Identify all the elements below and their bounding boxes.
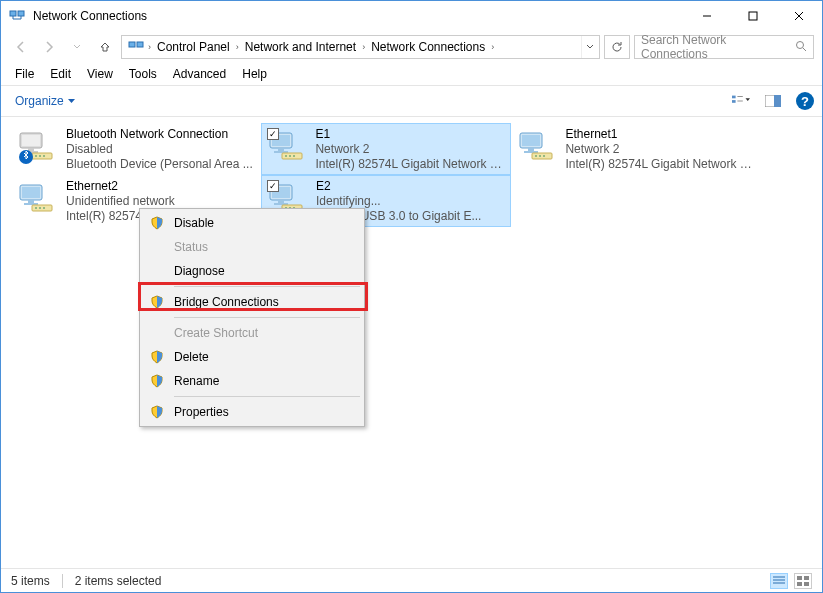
svg-point-48 [43, 207, 45, 209]
svg-rect-18 [28, 148, 34, 151]
svg-rect-51 [278, 200, 284, 203]
svg-rect-0 [10, 11, 16, 16]
connection-icon [16, 127, 60, 171]
svg-rect-61 [804, 576, 809, 580]
connection-name: Ethernet1 [565, 127, 756, 142]
preview-pane-button[interactable] [764, 93, 782, 109]
connection-icon [516, 127, 559, 171]
svg-point-47 [39, 207, 41, 209]
view-options-button[interactable] [732, 93, 750, 109]
address-bar: › Control Panel › Network and Internet ›… [1, 31, 822, 63]
connection-status: Unidentified network [66, 194, 175, 209]
svg-point-38 [535, 155, 537, 157]
menu-help[interactable]: Help [234, 65, 275, 83]
breadcrumb-item[interactable]: Control Panel [151, 40, 236, 54]
recent-dropdown[interactable] [65, 35, 89, 59]
menu-tools[interactable]: Tools [121, 65, 165, 83]
connection-device: Bluetooth Device (Personal Area ... [66, 157, 253, 171]
connection-item[interactable]: Ethernet1 Network 2 Intel(R) 82574L Giga… [511, 123, 761, 175]
status-item-count: 5 items [11, 574, 50, 588]
svg-rect-15 [774, 95, 781, 107]
refresh-button[interactable] [604, 35, 630, 59]
svg-rect-3 [749, 12, 757, 20]
icons-view-button[interactable] [794, 573, 812, 589]
connection-name: E2 [316, 179, 481, 194]
shield-icon [150, 405, 164, 419]
connection-name: Ethernet2 [66, 179, 175, 194]
shield-icon [150, 216, 164, 230]
address-dropdown[interactable] [581, 36, 597, 58]
menu-separator [174, 317, 360, 318]
checkbox-icon[interactable]: ✓ [267, 128, 279, 140]
context-menu-label: Bridge Connections [174, 295, 279, 309]
search-placeholder: Search Network Connections [641, 33, 795, 61]
connection-status: Network 2 [315, 142, 506, 157]
context-menu-item[interactable]: Diagnose [142, 259, 362, 283]
close-button[interactable] [776, 1, 822, 31]
menu-view[interactable]: View [79, 65, 121, 83]
divider [62, 574, 63, 588]
menu-separator [174, 396, 360, 397]
minimize-button[interactable] [684, 1, 730, 31]
context-menu-item[interactable]: Disable [142, 211, 362, 235]
menu-edit[interactable]: Edit [42, 65, 79, 83]
back-button[interactable] [9, 35, 33, 59]
svg-point-32 [293, 155, 295, 157]
context-menu-item: Create Shortcut [142, 321, 362, 345]
breadcrumb-bar[interactable]: › Control Panel › Network and Internet ›… [121, 35, 600, 59]
svg-line-9 [803, 48, 806, 51]
svg-rect-62 [797, 582, 802, 586]
svg-point-31 [289, 155, 291, 157]
svg-rect-1 [18, 11, 24, 16]
svg-rect-17 [22, 135, 40, 146]
search-icon [795, 40, 807, 55]
up-button[interactable] [93, 35, 117, 59]
help-button[interactable]: ? [796, 92, 814, 110]
context-menu-label: Delete [174, 350, 209, 364]
location-icon [128, 39, 144, 55]
connection-status: Network 2 [565, 142, 756, 157]
titlebar: Network Connections [1, 1, 822, 31]
shield-icon [150, 350, 164, 364]
context-menu: DisableStatusDiagnoseBridge ConnectionsC… [139, 208, 365, 427]
forward-button[interactable] [37, 35, 61, 59]
context-menu-item: Status [142, 235, 362, 259]
breadcrumb-item[interactable]: Network Connections [365, 40, 491, 54]
context-menu-label: Disable [174, 216, 214, 230]
context-menu-label: Rename [174, 374, 219, 388]
connections-list: Bluetooth Network Connection Disabled Bl… [1, 117, 822, 233]
checkbox-icon[interactable]: ✓ [267, 180, 279, 192]
svg-point-21 [35, 155, 37, 157]
context-menu-item[interactable]: Bridge Connections [142, 290, 362, 314]
svg-rect-35 [528, 148, 534, 151]
menu-advanced[interactable]: Advanced [165, 65, 234, 83]
svg-rect-63 [804, 582, 809, 586]
svg-rect-6 [129, 42, 135, 47]
context-menu-item[interactable]: Rename [142, 369, 362, 393]
svg-point-39 [539, 155, 541, 157]
connection-icon [16, 179, 60, 223]
svg-rect-43 [28, 200, 34, 203]
search-input[interactable]: Search Network Connections [634, 35, 814, 59]
connection-name: Bluetooth Network Connection [66, 127, 253, 142]
details-view-button[interactable] [770, 573, 788, 589]
menu-file[interactable]: File [7, 65, 42, 83]
maximize-button[interactable] [730, 1, 776, 31]
svg-rect-7 [137, 42, 143, 47]
svg-rect-34 [522, 135, 540, 146]
statusbar: 5 items 2 items selected [1, 568, 822, 592]
context-menu-label: Status [174, 240, 208, 254]
context-menu-item[interactable]: Delete [142, 345, 362, 369]
chevron-right-icon: › [491, 42, 494, 52]
network-connections-icon [9, 8, 25, 24]
window-title: Network Connections [33, 9, 684, 23]
context-menu-item[interactable]: Properties [142, 400, 362, 424]
svg-rect-60 [797, 576, 802, 580]
connection-item[interactable]: ✓ E1 Network 2 Intel(R) 82574L Gigabit N… [261, 123, 511, 175]
breadcrumb-item[interactable]: Network and Internet [239, 40, 362, 54]
svg-rect-27 [278, 148, 284, 151]
organize-button[interactable]: Organize [9, 92, 81, 110]
connection-icon: ✓ [266, 127, 309, 171]
connection-item[interactable]: Bluetooth Network Connection Disabled Bl… [11, 123, 261, 175]
context-menu-label: Diagnose [174, 264, 225, 278]
